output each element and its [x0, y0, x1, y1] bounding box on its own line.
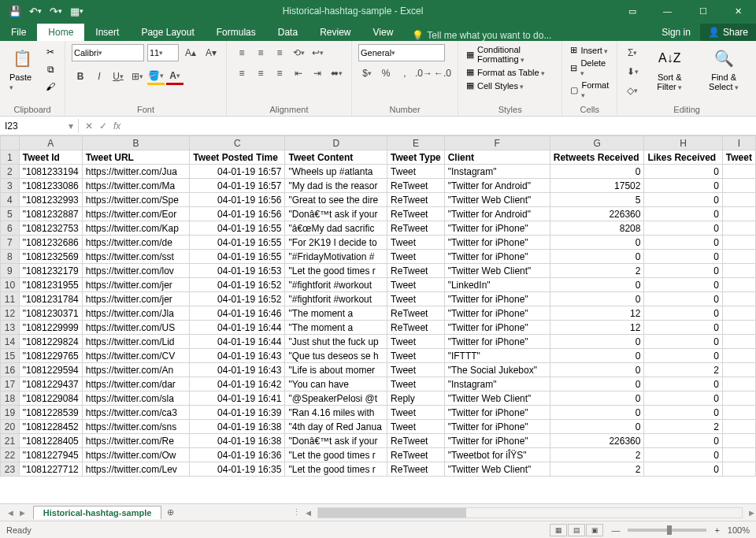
cell[interactable]: "Life is about momer — [285, 363, 387, 377]
cell[interactable]: 0 — [644, 278, 722, 292]
cell[interactable]: https://twitter.com/Kap — [82, 221, 189, 236]
cell[interactable]: ReTweet — [387, 306, 445, 321]
cell[interactable]: "Let the good times r — [285, 448, 387, 462]
undo-button[interactable]: ↶ — [27, 2, 44, 20]
cell[interactable]: https://twitter.com/An — [82, 363, 189, 377]
wrap-text-button[interactable]: ↩ — [309, 44, 326, 61]
cell[interactable]: "Instagram" — [444, 377, 550, 391]
cell[interactable]: 0 — [644, 193, 722, 207]
cell[interactable] — [722, 250, 755, 264]
cell[interactable]: Tweet Type — [387, 150, 445, 165]
cell[interactable] — [722, 377, 755, 391]
cell[interactable]: Tweet — [722, 150, 755, 165]
cell[interactable]: ReTweet — [387, 193, 445, 207]
tab-home[interactable]: Home — [37, 24, 84, 41]
cell[interactable]: "Donâ€™t ask if your — [285, 434, 387, 448]
sheet-nav-next[interactable]: ► — [18, 508, 27, 518]
horizontal-scrollbar-thumb[interactable] — [318, 508, 466, 518]
cell[interactable]: "1081229594 — [19, 363, 82, 377]
cell[interactable]: 12 — [550, 321, 644, 335]
cell[interactable]: https://twitter.com/ca3 — [82, 406, 189, 420]
cell[interactable]: "Twitter for iPhone" — [444, 250, 550, 264]
cell[interactable] — [722, 448, 755, 462]
row-header[interactable]: 20 — [1, 420, 20, 434]
align-bottom-button[interactable]: ≡ — [271, 44, 288, 61]
clear-button[interactable]: ◇ — [624, 82, 641, 99]
cell[interactable]: 04-01-19 16:43 — [190, 349, 285, 363]
cell[interactable]: "1081229765 — [19, 349, 82, 363]
cell[interactable]: ReTweet — [387, 434, 445, 448]
align-center-button[interactable]: ≡ — [252, 65, 269, 82]
insert-cells-button[interactable]: ⊞Insert — [569, 44, 610, 56]
cell[interactable]: https://twitter.com/sns — [82, 420, 189, 434]
cell[interactable]: 0 — [550, 236, 644, 250]
cell[interactable]: "Twitter for iPhone" — [444, 335, 550, 349]
cell[interactable]: 04-01-19 16:39 — [190, 406, 285, 420]
zoom-level[interactable]: 100% — [728, 525, 750, 535]
fill-button[interactable]: ⬇ — [624, 63, 641, 80]
cell[interactable]: 0 — [644, 207, 722, 221]
cell[interactable]: https://twitter.com/Jla — [82, 306, 189, 321]
column-header[interactable]: E — [387, 136, 445, 150]
add-sheet-button[interactable]: ⊕ — [161, 507, 179, 518]
cell[interactable]: 0 — [550, 165, 644, 179]
cell[interactable]: "Twitter for iPhone" — [444, 434, 550, 448]
cell[interactable]: "Let the good times r — [285, 462, 387, 477]
cell[interactable]: "#fightforit #workout — [285, 278, 387, 292]
cell[interactable]: https://twitter.com/Lid — [82, 335, 189, 349]
fx-icon[interactable]: fx — [113, 121, 120, 132]
cell[interactable]: ReTweet — [387, 462, 445, 477]
copy-button[interactable]: ⧉ — [43, 61, 58, 77]
cell[interactable]: https://twitter.com/dar — [82, 377, 189, 391]
cell[interactable]: Tweet — [387, 377, 445, 391]
row-header[interactable]: 16 — [1, 363, 20, 377]
tab-page-layout[interactable]: Page Layout — [130, 24, 205, 41]
cell[interactable]: 0 — [550, 349, 644, 363]
sheet-nav-prev[interactable]: ◄ — [6, 508, 15, 518]
orientation-button[interactable]: ⟲ — [290, 44, 307, 61]
accounting-format-button[interactable]: $ — [358, 65, 376, 82]
cell[interactable]: Tweet — [387, 292, 445, 306]
find-select-button[interactable]: 🔍 Find & Select — [698, 44, 750, 93]
cell-styles-button[interactable]: ▦Cell Styles — [465, 80, 555, 91]
cell[interactable]: Client — [444, 150, 550, 165]
zoom-slider[interactable] — [628, 529, 706, 532]
cell[interactable]: "IFTTT" — [444, 349, 550, 363]
cell[interactable]: 0 — [644, 165, 722, 179]
cell[interactable]: "Twitter Web Client" — [444, 462, 550, 477]
cell[interactable]: Tweet — [387, 420, 445, 434]
cell[interactable]: 0 — [644, 250, 722, 264]
cell[interactable]: 04-01-19 16:46 — [190, 306, 285, 321]
cell[interactable]: "4th day of Red Janua — [285, 420, 387, 434]
cell[interactable]: https://twitter.com/Spe — [82, 193, 189, 207]
cancel-formula-icon[interactable]: ✕ — [85, 121, 93, 132]
cell[interactable]: "1081231955 — [19, 278, 82, 292]
fill-color-button[interactable]: 🪣 — [147, 68, 165, 85]
cell[interactable] — [722, 335, 755, 349]
format-cells-button[interactable]: ▢Format — [569, 80, 610, 100]
underline-button[interactable]: U — [109, 68, 127, 85]
row-header[interactable]: 10 — [1, 278, 20, 292]
cell[interactable]: "Let the good times r — [285, 264, 387, 278]
format-painter-button[interactable]: 🖌 — [43, 79, 58, 95]
cell[interactable]: "Twitter for iPhone" — [444, 420, 550, 434]
row-header[interactable]: 9 — [1, 264, 20, 278]
row-header[interactable]: 2 — [1, 165, 20, 179]
increase-indent-button[interactable]: ⇥ — [309, 65, 326, 82]
cell[interactable]: 0 — [550, 363, 644, 377]
cell[interactable]: "You can have — [285, 377, 387, 391]
cell[interactable]: ReTweet — [387, 264, 445, 278]
cell[interactable]: "Twitter for iPhone" — [444, 292, 550, 306]
cell[interactable] — [722, 363, 755, 377]
cell[interactable]: "Wheels up #atlanta — [285, 165, 387, 179]
cell[interactable]: Tweet — [387, 236, 445, 250]
cell[interactable]: 0 — [550, 391, 644, 406]
align-top-button[interactable]: ≡ — [233, 44, 250, 61]
cell[interactable]: ReTweet — [387, 221, 445, 236]
cell[interactable]: ReTweet — [387, 207, 445, 221]
autosum-button[interactable]: Σ — [624, 44, 641, 61]
cell[interactable]: "For 2K19 I decide to — [285, 236, 387, 250]
cell[interactable]: "Twitter Web Client" — [444, 391, 550, 406]
formula-bar[interactable] — [127, 124, 756, 128]
column-header[interactable]: C — [190, 136, 285, 150]
